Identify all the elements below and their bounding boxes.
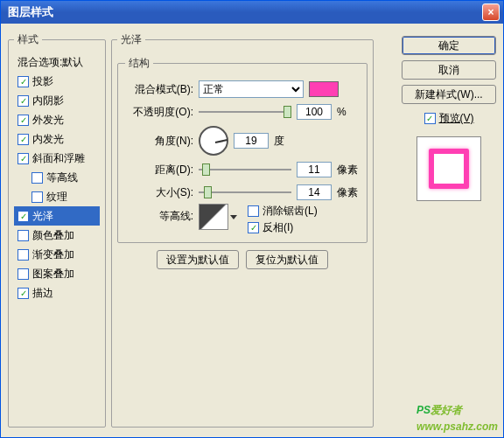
angle-row: 角度(N): 19 度 [125,123,360,158]
preview-shape [429,149,469,189]
antialias-checkbox[interactable]: ✓消除锯齿(L) [248,204,318,219]
checkbox-icon[interactable]: ✓ [18,153,29,164]
satin-panel: 光泽 结构 混合模式(B): 正常 不透明度(O): 100 % [111,32,374,428]
invert-checkbox[interactable]: ✓反相(I) [248,220,318,235]
opacity-unit: % [337,106,360,118]
structure-group: 结构 混合模式(B): 正常 不透明度(O): 100 % 角度(N): [117,56,368,243]
dialog-window: 图层样式 × 样式 混合选项:默认 ✓投影 ✓内阴影 ✓外发光 ✓内发光 ✓斜面… [0,0,504,438]
style-item-pattern-overlay[interactable]: ✓图案叠加 [14,264,100,283]
checkbox-icon[interactable]: ✓ [18,115,29,126]
opacity-row: 不透明度(O): 100 % [125,101,360,123]
close-icon[interactable]: × [482,3,500,21]
checkbox-icon[interactable]: ✓ [32,191,43,203]
angle-label: 角度(N): [125,134,193,149]
styles-legend: 样式 [14,32,42,47]
distance-slider[interactable] [199,162,291,177]
checkbox-icon[interactable]: ✓ [18,95,29,107]
structure-legend: 结构 [125,56,153,71]
contour-label: 等高线: [125,204,193,224]
size-input[interactable]: 14 [297,184,332,200]
size-row: 大小(S): 14 像素 [125,181,360,204]
blend-mode-row: 混合模式(B): 正常 [125,78,360,101]
distance-unit: 像素 [337,163,360,177]
distance-label: 距离(D): [125,163,193,177]
satin-legend: 光泽 [117,32,145,47]
blend-mode-select[interactable]: 正常 [199,80,304,98]
angle-dial[interactable] [199,126,228,156]
opacity-label: 不透明度(O): [125,105,193,120]
opacity-input[interactable]: 100 [297,104,332,120]
styles-panel: 样式 混合选项:默认 ✓投影 ✓内阴影 ✓外发光 ✓内发光 ✓斜面和浮雕 ✓等高… [8,32,106,428]
distance-row: 距离(D): 11 像素 [125,158,360,181]
ok-button[interactable]: 确定 [402,36,496,55]
style-item-inner-shadow[interactable]: ✓内阴影 [14,91,100,110]
set-default-button[interactable]: 设置为默认值 [157,250,239,269]
dialog-body: 样式 混合选项:默认 ✓投影 ✓内阴影 ✓外发光 ✓内发光 ✓斜面和浮雕 ✓等高… [1,24,503,437]
watermark: PS爱好者 www.psahz.com [416,401,498,434]
reset-default-button[interactable]: 复位为默认值 [246,250,328,269]
center-column: 光泽 结构 混合模式(B): 正常 不透明度(O): 100 % [111,32,396,430]
blend-options-header[interactable]: 混合选项:默认 [14,52,100,72]
size-slider[interactable] [199,184,291,200]
preview-checkbox[interactable]: ✓ 预览(V) [402,111,496,126]
cancel-button[interactable]: 取消 [402,60,496,80]
contour-picker[interactable] [199,204,228,230]
style-item-drop-shadow[interactable]: ✓投影 [14,72,100,91]
checkbox-icon[interactable]: ✓ [18,288,29,299]
checkbox-icon[interactable]: ✓ [32,172,43,184]
preview-thumbnail [416,136,481,201]
checkbox-icon[interactable]: ✓ [18,268,29,280]
checkbox-icon[interactable]: ✓ [18,76,29,87]
chevron-down-icon[interactable] [230,215,237,219]
style-item-contour[interactable]: ✓等高线 [14,168,100,187]
checkbox-icon[interactable]: ✓ [18,211,29,222]
checkbox-icon[interactable]: ✓ [18,249,29,261]
blend-mode-label: 混合模式(B): [125,82,193,97]
checkbox-icon[interactable]: ✓ [18,230,29,241]
style-item-color-overlay[interactable]: ✓颜色叠加 [14,226,100,245]
style-item-texture[interactable]: ✓纹理 [14,187,100,206]
defaults-row: 设置为默认值 复位为默认值 [117,250,368,269]
titlebar: 图层样式 × [1,1,503,24]
checkbox-icon: ✓ [424,113,436,124]
checkbox-icon[interactable]: ✓ [18,134,29,145]
opacity-slider[interactable] [199,104,291,120]
angle-unit: 度 [274,134,297,149]
checkbox-icon: ✓ [248,222,259,233]
style-item-satin[interactable]: ✓光泽 [14,206,100,226]
right-column: 确定 取消 新建样式(W)... ✓ 预览(V) [402,32,496,430]
style-item-stroke[interactable]: ✓描边 [14,283,100,302]
color-swatch[interactable] [309,81,339,97]
style-item-gradient-overlay[interactable]: ✓渐变叠加 [14,245,100,264]
new-style-button[interactable]: 新建样式(W)... [402,85,496,104]
distance-input[interactable]: 11 [297,162,332,177]
size-unit: 像素 [337,185,360,200]
style-item-inner-glow[interactable]: ✓内发光 [14,129,100,149]
styles-list: 混合选项:默认 ✓投影 ✓内阴影 ✓外发光 ✓内发光 ✓斜面和浮雕 ✓等高线 ✓… [14,52,100,302]
checkbox-icon: ✓ [248,205,259,217]
contour-row: 等高线: ✓消除锯齿(L) ✓反相(I) [125,204,360,235]
style-item-outer-glow[interactable]: ✓外发光 [14,110,100,129]
size-label: 大小(S): [125,185,193,200]
style-item-bevel-emboss[interactable]: ✓斜面和浮雕 [14,149,100,168]
angle-input[interactable]: 19 [234,133,269,149]
window-title: 图层样式 [8,4,482,20]
